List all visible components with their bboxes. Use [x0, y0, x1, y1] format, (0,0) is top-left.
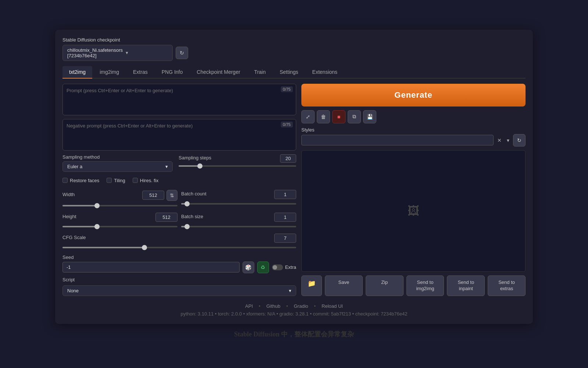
seed-section: Seed 🎲 ♻ Extra — [62, 255, 296, 273]
chevron-down-icon: ▾ — [126, 50, 168, 55]
width-slider[interactable] — [62, 202, 178, 209]
height-value[interactable]: 512 — [155, 213, 178, 222]
footer-info: python: 3.10.11 • torch: 2.0.0 • xformer… — [62, 311, 526, 317]
sampling-left: Sampling method Euler a ▾ — [62, 154, 173, 172]
stop-icon: ■ — [337, 114, 340, 120]
seed-reset-button[interactable]: 🎲 — [243, 261, 254, 273]
cfg-scale-value[interactable]: 7 — [274, 234, 296, 243]
tab-txt2img[interactable]: txt2img — [62, 66, 92, 79]
width-fill — [62, 205, 97, 206]
checkpoint-select[interactable]: chilloutmix_Ni.safetensors [7234b76e42] … — [62, 45, 173, 61]
sampling-method-select[interactable]: Euler a ▾ — [62, 161, 173, 172]
width-thumb[interactable] — [94, 203, 100, 208]
cfg-thumb[interactable] — [142, 245, 147, 250]
styles-input[interactable] — [301, 135, 494, 145]
footer-gradio-link[interactable]: Gradio — [294, 303, 308, 309]
styles-dropdown-button[interactable]: ▾ — [505, 137, 511, 143]
footer-github-link[interactable]: Github — [266, 303, 280, 309]
send-to-img2img-button[interactable]: Send to img2img — [406, 275, 444, 296]
extra-checkbox[interactable]: Extra — [272, 264, 296, 270]
seed-input[interactable] — [62, 262, 240, 273]
batch-size-thumb[interactable] — [184, 224, 190, 229]
sampling-method-label: Sampling method — [62, 154, 173, 160]
tab-extras[interactable]: Extras — [126, 66, 154, 78]
tab-extensions[interactable]: Extensions — [306, 66, 344, 78]
seed-extra-button[interactable]: ♻ — [257, 261, 269, 273]
copy-button[interactable]: ⧉ — [348, 110, 361, 123]
hires-fix-checkbox[interactable]: Hires. fix — [133, 178, 159, 183]
refresh-checkpoint-button[interactable]: ↻ — [176, 47, 188, 59]
open-folder-button[interactable]: 📁 — [301, 275, 322, 296]
batch-count-label: Batch count — [181, 191, 272, 196]
swap-dimensions-button[interactable]: ⇅ — [166, 190, 178, 201]
cfg-scale-slider[interactable] — [62, 244, 296, 251]
dimension-grid: Width 512 ⇅ Batch count 1 — [62, 190, 296, 230]
tab-img2img[interactable]: img2img — [93, 66, 126, 78]
batch-size-slider[interactable] — [181, 223, 296, 230]
script-section: Script None ▾ — [62, 277, 296, 296]
expand-icon-button[interactable]: ⤢ — [301, 110, 315, 123]
send-to-inpaint-button[interactable]: Send to inpaint — [447, 275, 485, 296]
image-preview: 🖼 — [301, 150, 526, 272]
extra-toggle[interactable] — [272, 264, 283, 270]
batch-size-value[interactable]: 1 — [274, 213, 296, 222]
footer: API • Github • Gradio • Reload UI python… — [62, 303, 526, 317]
footer-api-link[interactable]: API — [245, 303, 253, 309]
cfg-track — [62, 247, 296, 248]
script-label: Script — [62, 277, 296, 282]
batch-count-thumb[interactable] — [184, 201, 190, 206]
stop-button[interactable]: ■ — [332, 110, 345, 123]
trash-icon: 🗑 — [321, 114, 326, 120]
steps-fill — [179, 165, 200, 167]
refresh-icon: ↻ — [180, 50, 184, 56]
zip-download-button[interactable]: Zip — [366, 275, 404, 296]
sampling-row: Sampling method Euler a ▾ Sampling steps… — [62, 154, 296, 172]
batch-count-input-row: Batch count 1 — [181, 190, 296, 199]
height-thumb[interactable] — [94, 224, 100, 229]
width-label: Width — [62, 192, 140, 197]
refresh-icon: ↻ — [517, 137, 521, 143]
cfg-scale-row: CFG Scale 7 — [62, 234, 296, 251]
batch-count-slider[interactable] — [181, 201, 296, 207]
batch-size-row: Batch size 1 — [181, 213, 296, 230]
save-button[interactable]: Save — [325, 275, 363, 296]
styles-clear-button[interactable]: ✕ — [496, 137, 503, 143]
restore-faces-box — [62, 178, 68, 183]
tab-checkpoint-merger[interactable]: Checkpoint Merger — [190, 66, 247, 78]
height-input-row: Height 512 — [62, 213, 178, 222]
checkpoint-label: Stable Diffusion checkpoint — [62, 37, 526, 43]
styles-refresh-button[interactable]: ↻ — [513, 134, 526, 147]
tab-settings[interactable]: Settings — [273, 66, 305, 78]
width-value[interactable]: 512 — [142, 191, 164, 200]
expand-icon: ⤢ — [306, 114, 310, 120]
footer-reload-ui-link[interactable]: Reload UI — [322, 303, 343, 309]
cfg-fill — [62, 247, 144, 248]
sampling-steps-value[interactable]: 20 — [280, 154, 296, 163]
tab-train[interactable]: Train — [248, 66, 272, 78]
seed-row: 🎲 ♻ Extra — [62, 261, 296, 273]
batch-count-value[interactable]: 1 — [274, 190, 296, 199]
tab-png-info[interactable]: PNG Info — [155, 66, 190, 78]
negative-prompt-input[interactable] — [67, 123, 292, 145]
image-placeholder-icon: 🖼 — [408, 204, 419, 218]
copy-icon: ⧉ — [352, 113, 356, 120]
tiling-checkbox[interactable]: Tiling — [107, 178, 125, 183]
sampling-right: Sampling steps 20 — [179, 154, 296, 169]
trash-button[interactable]: 🗑 — [317, 110, 330, 123]
negative-prompt-box: 0/75 — [62, 119, 296, 151]
recycle-icon: ♻ — [261, 264, 265, 270]
height-slider[interactable] — [62, 223, 178, 230]
batch-count-track — [181, 203, 296, 205]
action-buttons: 📁 Save Zip Send to img2img Send to inpai… — [301, 275, 526, 296]
script-select[interactable]: None ▾ — [62, 285, 296, 296]
steps-thumb[interactable] — [197, 163, 202, 169]
styles-input-row: ✕ ▾ ↻ — [301, 134, 526, 147]
prompt-token-count: 0/75 — [281, 86, 293, 92]
send-to-extras-button[interactable]: Send to extras — [488, 275, 526, 296]
prompt-input[interactable] — [67, 88, 292, 110]
sampling-steps-slider[interactable] — [179, 163, 296, 169]
restore-faces-checkbox[interactable]: Restore faces — [62, 178, 99, 183]
generate-button[interactable]: Generate — [301, 84, 526, 107]
zip-button[interactable]: 💾 — [363, 110, 376, 123]
save-icon: 💾 — [367, 114, 373, 120]
